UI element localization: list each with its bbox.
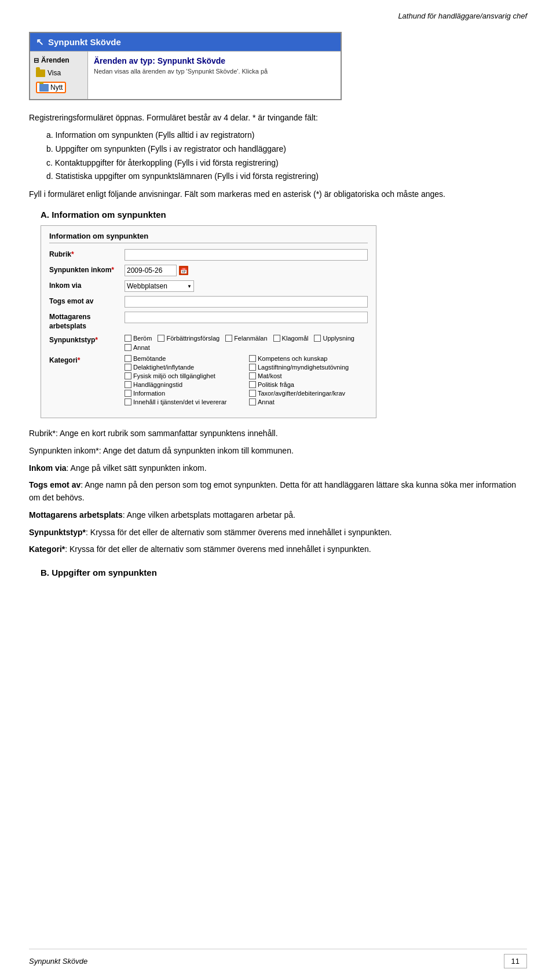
screenshot-title: Synpunkt Skövde bbox=[48, 37, 121, 47]
fill-text-content: Fyll i formuläret enligt följande anvisn… bbox=[29, 189, 182, 199]
checkbox-klagomål-label: Klagomål bbox=[282, 335, 309, 342]
sidebar-item-nytt[interactable]: Nytt bbox=[34, 81, 84, 94]
sidebar-nytt-label: Nytt bbox=[50, 83, 63, 92]
minus-icon: ⊟ bbox=[34, 57, 39, 64]
checkbox-upplysning-box[interactable] bbox=[314, 335, 321, 342]
checkbox-handlaggningstid-box[interactable] bbox=[125, 381, 131, 388]
checkbox-fysisk-label: Fysisk miljö och tillgänglighet bbox=[133, 372, 215, 379]
checkbox-upplysning-label: Upplysning bbox=[323, 335, 354, 342]
checkbox-innehall[interactable]: Innehåll i tjänsten/det vi levererar bbox=[125, 398, 243, 405]
desc-kategori-bold: Kategori* bbox=[29, 544, 65, 554]
checkbox-bemotande-box[interactable] bbox=[125, 355, 131, 362]
desc-synpunktstyp: Synpunktstyp*: Kryssa för det eller de a… bbox=[29, 526, 527, 539]
checkbox-annat-typ-box[interactable] bbox=[125, 344, 131, 351]
checkbox-handlaggningstid[interactable]: Handläggningstid bbox=[125, 381, 243, 388]
intro-items: a. Information om synpunkten (Fylls allt… bbox=[46, 129, 527, 184]
inkom-label: Synpunkten inkom* bbox=[49, 265, 125, 274]
checkbox-bemotande-label: Bemötande bbox=[133, 355, 166, 362]
checkbox-taxor-box[interactable] bbox=[249, 390, 256, 397]
checkbox-mat[interactable]: Mat/kost bbox=[249, 372, 368, 379]
checkbox-information-box[interactable] bbox=[125, 390, 131, 397]
inkom-input-group: 2009-05-26 📅 bbox=[125, 265, 188, 276]
checkbox-politisk-box[interactable] bbox=[249, 381, 256, 388]
desc-inkom: Synpunkten inkom*: Ange det datum då syn… bbox=[29, 445, 527, 458]
checkbox-klagomål-box[interactable] bbox=[273, 335, 280, 342]
checkbox-annat-kategori-box[interactable] bbox=[249, 398, 256, 405]
sidebar-header-label: Ärenden bbox=[41, 56, 70, 64]
section-a-heading-text: A. Information om synpunkten bbox=[41, 210, 166, 220]
asterisk-text: Fält som markeras med en asterisk (*) är… bbox=[184, 189, 445, 199]
checkbox-delaktighet[interactable]: Delaktighet/inflytande bbox=[125, 364, 243, 371]
rubrik-input[interactable] bbox=[125, 249, 368, 261]
checkbox-fysisk[interactable]: Fysisk miljö och tillgänglighet bbox=[125, 372, 243, 379]
checkbox-mat-box[interactable] bbox=[249, 372, 256, 379]
checkbox-bemotande[interactable]: Bemötande bbox=[125, 355, 243, 362]
folder-icon-nytt bbox=[39, 84, 49, 92]
checkbox-berom-label: Beröm bbox=[133, 335, 152, 342]
checkbox-taxor[interactable]: Taxor/avgifter/debiteringar/krav bbox=[249, 390, 368, 397]
checkbox-forbattringsforslag-box[interactable] bbox=[158, 335, 164, 342]
mottagarens-input[interactable] bbox=[125, 312, 368, 323]
checkbox-berom-box[interactable] bbox=[125, 335, 131, 342]
checkbox-information-label: Information bbox=[133, 390, 165, 397]
desc-mottagarens-bold: Mottagarens arbetsplats bbox=[29, 510, 123, 520]
checkbox-forbattringsforslag[interactable]: Förbättringsförslag bbox=[158, 335, 220, 342]
inkom-via-dropdown[interactable]: Webbplatsen bbox=[125, 280, 194, 292]
checkbox-annat-typ[interactable]: Annat bbox=[125, 344, 150, 351]
screenshot-box: ↖ Synpunkt Skövde ⊟ Ärenden Visa Nytt Är… bbox=[29, 32, 342, 100]
checkbox-kompetens[interactable]: Kompetens och kunskap bbox=[249, 355, 368, 362]
checkbox-berom[interactable]: Beröm bbox=[125, 335, 152, 342]
checkbox-mat-label: Mat/kost bbox=[258, 372, 282, 379]
page-header: Lathund för handläggare/ansvarig chef bbox=[29, 12, 527, 20]
checkbox-felanmalan[interactable]: Felanmälan bbox=[225, 335, 267, 342]
nytt-highlight[interactable]: Nytt bbox=[36, 82, 66, 93]
synpunktstyp-label: Synpunktstyp* bbox=[49, 335, 125, 344]
checkbox-klagomål[interactable]: Klagomål bbox=[273, 335, 309, 342]
form-row-togs-emot: Togs emot av bbox=[49, 296, 368, 308]
desc-synpunktstyp-bold: Synpunktstyp* bbox=[29, 528, 86, 537]
inkom-date-input[interactable]: 2009-05-26 bbox=[125, 265, 177, 276]
checkbox-lagstiftning-box[interactable] bbox=[249, 364, 256, 371]
mottagarens-label: Mottagarens arbetsplats bbox=[49, 312, 125, 331]
header-title: Lathund för handläggare/ansvarig chef bbox=[398, 12, 527, 20]
checkbox-information[interactable]: Information bbox=[125, 390, 243, 397]
checkbox-upplysning[interactable]: Upplysning bbox=[314, 335, 354, 342]
checkbox-politisk[interactable]: Politisk fråga bbox=[249, 381, 368, 388]
checkbox-forbattringsforslag-label: Förbättringsförslag bbox=[166, 335, 220, 342]
checkbox-kompetens-box[interactable] bbox=[249, 355, 256, 362]
folder-icon-visa bbox=[36, 70, 45, 77]
form-row-mottagarens: Mottagarens arbetsplats bbox=[49, 312, 368, 331]
cursor-icon: ↖ bbox=[36, 36, 43, 47]
checkbox-fysisk-box[interactable] bbox=[125, 372, 131, 379]
checkbox-innehall-box[interactable] bbox=[125, 398, 131, 405]
screenshot-sidebar: ⊟ Ärenden Visa Nytt bbox=[30, 52, 88, 99]
sidebar-item-visa[interactable]: Visa bbox=[34, 68, 84, 78]
screenshot-main-text: Nedan visas alla ärenden av typ 'Synpunk… bbox=[94, 68, 335, 75]
form-box-title: Information om synpunkten bbox=[49, 232, 368, 243]
screenshot-main: Ärenden av typ: Synpunkt Skövde Nedan vi… bbox=[88, 52, 341, 99]
intro-item-d: d. Statistiska uppgifter om synpunktsläm… bbox=[46, 170, 527, 184]
checkbox-felanmalan-box[interactable] bbox=[225, 335, 232, 342]
checkbox-lagstiftning[interactable]: Lagstiftning/myndighetsutövning bbox=[249, 364, 368, 371]
inkom-via-label: Inkom via bbox=[49, 280, 125, 290]
screenshot-titlebar: ↖ Synpunkt Skövde bbox=[30, 33, 341, 51]
checkbox-delaktighet-box[interactable] bbox=[125, 364, 131, 371]
intro-item-a: a. Information om synpunkten (Fylls allt… bbox=[46, 129, 527, 142]
togs-emot-label: Togs emot av bbox=[49, 296, 125, 305]
kategori-label: Kategori* bbox=[49, 355, 125, 364]
checkbox-annat-kategori[interactable]: Annat bbox=[249, 398, 368, 405]
form-row-inkom-via: Inkom via Webbplatsen bbox=[49, 280, 368, 292]
calendar-icon[interactable]: 📅 bbox=[179, 266, 188, 275]
togs-emot-input[interactable] bbox=[125, 296, 368, 308]
checkbox-kompetens-label: Kompetens och kunskap bbox=[258, 355, 327, 362]
rubrik-label: Rubrik* bbox=[49, 249, 125, 258]
intro-line1: Registreringsformuläret öppnas. Formulär… bbox=[29, 113, 318, 122]
form-row-kategori: Kategori* Bemötande Kompetens och kunska… bbox=[49, 355, 368, 405]
section-a-heading: A. Information om synpunkten bbox=[41, 210, 527, 220]
form-row-rubrik: Rubrik* bbox=[49, 249, 368, 261]
page-footer: Synpunkt Skövde 11 bbox=[29, 949, 527, 968]
checkbox-annat-kategori-label: Annat bbox=[258, 398, 275, 405]
desc-inkom-via: Inkom via: Ange på vilket sätt synpunkte… bbox=[29, 462, 527, 475]
sidebar-visa-label: Visa bbox=[47, 69, 61, 77]
synpunktstyp-checkboxes: Beröm Förbättringsförslag Felanmälan Kla… bbox=[125, 335, 368, 351]
